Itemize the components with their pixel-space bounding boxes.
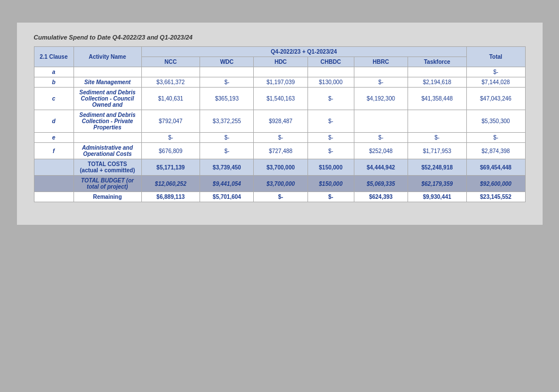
wdc-e: $- [200,133,254,143]
table-row: c Sediment and Debris Collection - Counc… [34,88,525,110]
clause-c: c [34,88,73,110]
remaining-hbrc: $624,393 [354,192,408,202]
clause-a: a [34,67,73,77]
ncc-b: $3,661,372 [141,77,200,88]
table-row: f Administrative and Operational Costs $… [34,143,525,159]
total-budget-chbdc: $150,000 [307,176,354,192]
wdc-a [200,67,254,77]
total-budget-hdc: $3,700,000 [254,176,307,192]
ncc-header: NCC [141,57,200,67]
chbdc-header: CHBDC [307,57,354,67]
total-budget-ncc: $12,060,252 [141,176,200,192]
chbdc-c: $- [307,88,354,110]
remaining-chbdc: $- [307,192,354,202]
activity-c: Sediment and Debris Collection - Council… [73,88,141,110]
activity-d: Sediment and Debris Collection - Private… [73,110,141,133]
taskforce-c: $41,358,448 [408,88,466,110]
total-header: Total [466,47,525,67]
chbdc-b: $130,000 [307,77,354,88]
total-c: $47,043,246 [466,88,525,110]
hbrc-d [354,110,408,133]
total-d: $5,350,300 [466,110,525,133]
wdc-b: $- [200,77,254,88]
ncc-a [141,67,200,77]
activity-header: Activity Name [73,47,141,67]
taskforce-header: Taskforce [408,57,466,67]
total-costs-total: $69,454,448 [466,159,525,176]
total-budget-row: TOTAL BUDGET (or total of project) $12,0… [34,176,525,192]
page-container: Cumulative Spend to Date Q4-2022/23 and … [17,23,543,225]
taskforce-a [408,67,466,77]
hdc-d: $928,487 [254,110,307,133]
period-header: Q4-2022/23 + Q1-2023/24 [141,47,466,57]
remaining-total: $23,145,552 [466,192,525,202]
remaining-label: Remaining [73,192,141,202]
ncc-f: $676,809 [141,143,200,159]
hbrc-header: HBRC [354,57,408,67]
total-costs-label: TOTAL COSTS (actual + committed) [73,159,141,176]
wdc-header: WDC [200,57,254,67]
clause-b: b [34,77,73,88]
taskforce-f: $1,717,953 [408,143,466,159]
table-row: e $- $- $- $- $- $- $- [34,133,525,143]
spend-table: 2.1 Clause Activity Name Q4-2022/23 + Q1… [34,46,526,202]
taskforce-d [408,110,466,133]
total-budget-total: $92,600,000 [466,176,525,192]
hdc-c: $1,540,163 [254,88,307,110]
total-budget-label: TOTAL BUDGET (or total of project) [73,176,141,192]
hbrc-a [354,67,408,77]
ncc-e: $- [141,133,200,143]
hdc-a [254,67,307,77]
ncc-d: $792,047 [141,110,200,133]
total-budget-taskforce: $62,179,359 [408,176,466,192]
taskforce-b: $2,194,618 [408,77,466,88]
total-e: $- [466,133,525,143]
clause-f: f [34,143,73,159]
total-costs-ncc: $5,171,139 [141,159,200,176]
total-f: $2,874,398 [466,143,525,159]
taskforce-e: $- [408,133,466,143]
page-title: Cumulative Spend to Date Q4-2022/23 and … [34,34,526,41]
clause-d: d [34,110,73,133]
remaining-taskforce: $9,930,441 [408,192,466,202]
hbrc-b: $- [354,77,408,88]
activity-f: Administrative and Operational Costs [73,143,141,159]
activity-e [73,133,141,143]
total-a: $- [466,67,525,77]
hdc-header: HDC [254,57,307,67]
total-costs-hbrc: $4,444,942 [354,159,408,176]
activity-a [73,67,141,77]
wdc-d: $3,372,255 [200,110,254,133]
hbrc-e: $- [354,133,408,143]
hbrc-f: $252,048 [354,143,408,159]
remaining-clause [34,192,73,202]
total-costs-row: TOTAL COSTS (actual + committed) $5,171,… [34,159,525,176]
total-costs-wdc: $3,739,450 [200,159,254,176]
chbdc-d: $- [307,110,354,133]
total-budget-hbrc: $5,069,335 [354,176,408,192]
activity-b: Site Management [73,77,141,88]
clause-header: 2.1 Clause [34,47,73,67]
hbrc-c: $4,192,300 [354,88,408,110]
ncc-c: $1,40,631 [141,88,200,110]
wdc-c: $365,193 [200,88,254,110]
total-costs-clause [34,159,73,176]
total-b: $7,144,028 [466,77,525,88]
hdc-f: $727,488 [254,143,307,159]
remaining-hdc: $- [254,192,307,202]
hdc-b: $1,197,039 [254,77,307,88]
table-row: b Site Management $3,661,372 $- $1,197,0… [34,77,525,88]
chbdc-a [307,67,354,77]
clause-e: e [34,133,73,143]
chbdc-f: $- [307,143,354,159]
table-row: a $- [34,67,525,77]
total-budget-clause [34,176,73,192]
remaining-row: Remaining $6,889,113 $5,701,604 $- $- $6… [34,192,525,202]
total-costs-taskforce: $52,248,918 [408,159,466,176]
chbdc-e: $- [307,133,354,143]
total-costs-hdc: $3,700,000 [254,159,307,176]
table-row: d Sediment and Debris Collection - Priva… [34,110,525,133]
remaining-wdc: $5,701,604 [200,192,254,202]
wdc-f: $- [200,143,254,159]
remaining-ncc: $6,889,113 [141,192,200,202]
